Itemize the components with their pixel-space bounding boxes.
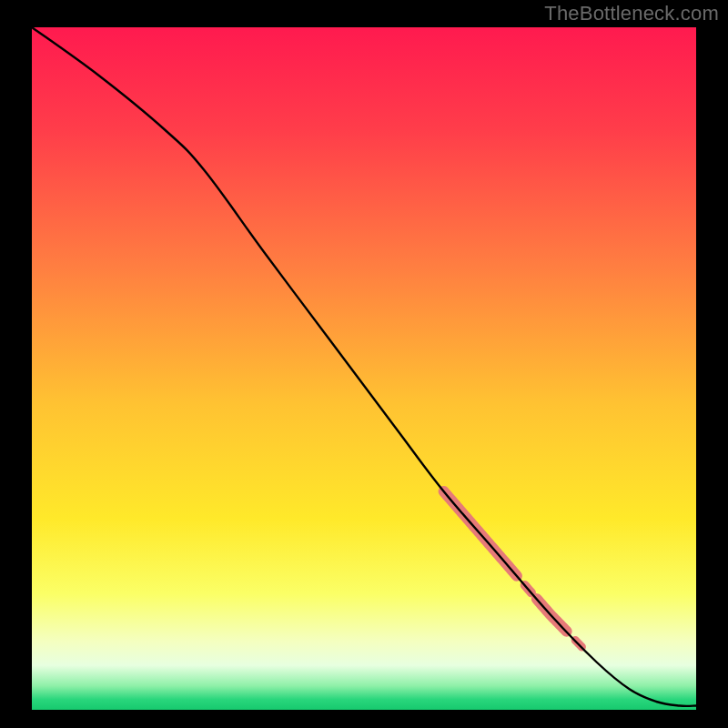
watermark-label: TheBottleneck.com — [544, 2, 719, 25]
chart-canvas — [0, 0, 728, 728]
chart-frame: TheBottleneck.com — [0, 0, 728, 728]
plot-background — [32, 27, 696, 710]
